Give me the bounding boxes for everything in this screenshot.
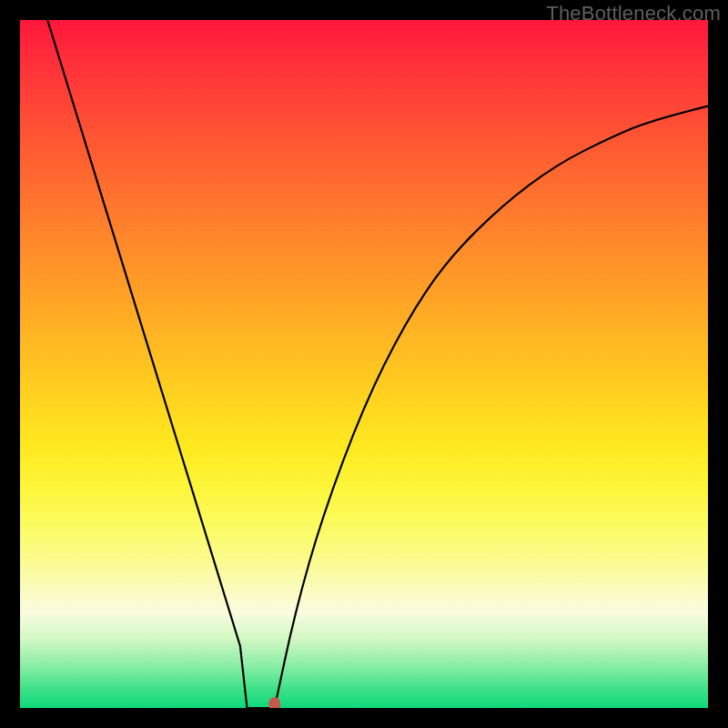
bottleneck-curve — [47, 20, 708, 708]
plot-svg — [20, 20, 708, 708]
plot-area — [20, 20, 708, 708]
chart-frame: TheBottleneck.com — [0, 0, 728, 728]
watermark-text: TheBottleneck.com — [546, 2, 721, 25]
optimum-marker — [268, 697, 280, 708]
